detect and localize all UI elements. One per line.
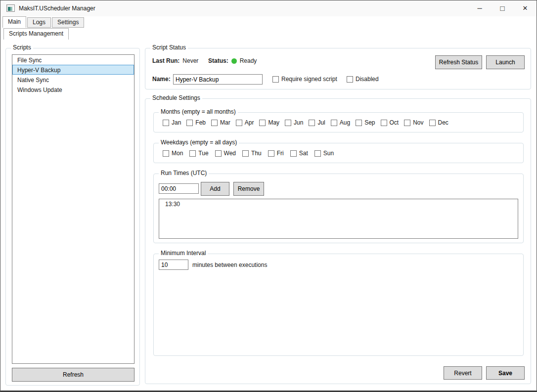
minimum-interval-suffix: minutes between executions (192, 261, 267, 268)
weekday-checkbox-tue-box[interactable] (189, 150, 196, 157)
scripts-groupbox: Scripts File Sync Hyper-V Backup Native … (5, 48, 140, 386)
status-row: Status: Ready (208, 57, 257, 64)
month-label: Dec (438, 119, 448, 126)
maximize-button[interactable]: □ (491, 0, 514, 16)
remove-time-button[interactable]: Remove (233, 182, 264, 196)
month-checkbox-may[interactable]: May (259, 119, 279, 126)
tab-scripts-management[interactable]: Scripts Management (3, 28, 69, 40)
weekday-label: Sun (323, 150, 334, 157)
run-times-group-label: Run Times (UTC) (159, 170, 209, 176)
month-label: Jun (294, 119, 303, 126)
weekday-checkbox-tue[interactable]: Tue (189, 150, 208, 157)
months-group-label: Months (empty = all months) (159, 108, 238, 115)
month-checkbox-dec-box[interactable] (429, 120, 436, 126)
month-checkbox-dec[interactable]: Dec (429, 119, 448, 126)
month-checkbox-may-box[interactable] (259, 120, 266, 126)
close-button[interactable]: ✕ (514, 0, 537, 16)
weekday-checkbox-mon[interactable]: Mon (163, 150, 183, 157)
month-checkbox-jun[interactable]: Jun (285, 119, 303, 126)
status-ready-icon (231, 58, 237, 64)
month-checkbox-mar-box[interactable] (211, 120, 218, 126)
refresh-status-button[interactable]: Refresh Status (435, 55, 482, 69)
run-times-listbox[interactable]: 13:30 (159, 199, 518, 239)
last-run-value: Never (182, 57, 198, 64)
run-time-item[interactable]: 13:30 (159, 199, 518, 209)
weekday-checkbox-thu-box[interactable] (242, 150, 249, 157)
last-run-row: Last Run: Never (152, 57, 198, 64)
refresh-scripts-button[interactable]: Refresh (12, 368, 134, 382)
month-checkbox-jan[interactable]: Jan (163, 119, 181, 126)
weekday-checkbox-sat-box[interactable] (290, 150, 297, 157)
month-checkbox-apr[interactable]: Apr (236, 119, 254, 126)
window-title: MaksIT.UScheduler Manager (19, 0, 95, 16)
list-item-hyperv-backup[interactable]: Hyper-V Backup (12, 65, 134, 75)
month-checkbox-mar[interactable]: Mar (211, 119, 230, 126)
weekday-checkbox-sun-box[interactable] (314, 150, 321, 157)
month-checkbox-aug[interactable]: Aug (331, 119, 350, 126)
app-window: MaksIT.UScheduler Manager ─ □ ✕ Main Log… (0, 0, 537, 392)
month-checkbox-jul[interactable]: Jul (309, 119, 325, 126)
weekday-checkbox-fri[interactable]: Fri (268, 150, 284, 157)
month-label: Jan (172, 119, 181, 126)
weekday-checkbox-mon-box[interactable] (163, 150, 169, 157)
run-times-groupbox: Run Times (UTC) Add Remove 13:30 (153, 174, 524, 243)
weekday-label: Wed (224, 150, 236, 157)
weekday-label: Sat (299, 150, 308, 157)
weekday-checkbox-wed-box[interactable] (215, 150, 222, 157)
month-checkbox-jul-box[interactable] (309, 120, 315, 126)
add-time-button[interactable]: Add (201, 182, 229, 196)
weekday-label: Fri (277, 150, 284, 157)
tab-settings[interactable]: Settings (52, 17, 84, 28)
tab-logs[interactable]: Logs (27, 17, 51, 28)
disabled-checkbox[interactable]: Disabled (347, 76, 379, 83)
require-signed-checkbox[interactable]: Require signed script (272, 76, 337, 83)
list-item-native-sync[interactable]: Native Sync (12, 75, 134, 85)
disabled-checkbox-box[interactable] (347, 76, 353, 83)
last-run-label: Last Run: (152, 57, 179, 64)
month-checkbox-apr-box[interactable] (236, 120, 242, 126)
list-item-file-sync[interactable]: File Sync (12, 55, 134, 65)
weekday-checkbox-thu[interactable]: Thu (242, 150, 262, 157)
run-time-input[interactable] (159, 183, 199, 194)
weekday-checkbox-fri-box[interactable] (268, 150, 274, 157)
require-signed-checkbox-box[interactable] (272, 76, 279, 83)
minimum-interval-group-label: Minimum Interval (159, 250, 208, 257)
month-checkbox-sep-box[interactable] (356, 120, 362, 126)
minimum-interval-groupbox: Minimum Interval minutes between executi… (153, 254, 524, 356)
month-checkbox-jan-box[interactable] (163, 120, 169, 126)
revert-button[interactable]: Revert (444, 366, 482, 380)
month-checkbox-nov-box[interactable] (404, 120, 410, 126)
minimize-button[interactable]: ─ (468, 0, 491, 16)
launch-button[interactable]: Launch (486, 55, 525, 69)
weekday-checkbox-sat[interactable]: Sat (290, 150, 308, 157)
months-groupbox: Months (empty = all months) Jan Feb Mar … (153, 112, 524, 132)
months-row: Jan Feb Mar Apr May Jun Jul Aug Sep Oct … (163, 119, 448, 126)
script-status-group-label: Script Status (150, 44, 188, 51)
sub-tab-strip: Scripts Management (3, 28, 70, 40)
list-item-windows-update[interactable]: Windows Update (12, 85, 134, 94)
scripts-listbox[interactable]: File Sync Hyper-V Backup Native Sync Win… (12, 54, 134, 364)
month-checkbox-jun-box[interactable] (285, 120, 291, 126)
month-label: May (268, 119, 279, 126)
title-bar: MaksIT.UScheduler Manager ─ □ ✕ (0, 0, 537, 16)
weekday-label: Mon (172, 150, 183, 157)
weekday-checkbox-wed[interactable]: Wed (215, 150, 236, 157)
month-checkbox-feb[interactable]: Feb (186, 119, 206, 126)
month-checkbox-oct[interactable]: Oct (381, 119, 399, 126)
require-signed-checkbox-label: Require signed script (281, 76, 337, 83)
tab-main[interactable]: Main (2, 16, 26, 28)
schedule-settings-group-label: Schedule Settings (150, 94, 202, 101)
month-checkbox-nov[interactable]: Nov (404, 119, 423, 126)
schedule-settings-groupbox: Schedule Settings Months (empty = all mo… (145, 98, 531, 384)
month-checkbox-oct-box[interactable] (381, 120, 387, 126)
month-checkbox-sep[interactable]: Sep (356, 119, 375, 126)
name-label: Name: (152, 76, 171, 83)
minimum-interval-input[interactable] (159, 260, 188, 270)
weekday-checkbox-sun[interactable]: Sun (314, 150, 334, 157)
month-checkbox-feb-box[interactable] (186, 120, 193, 126)
status-label: Status: (208, 57, 228, 64)
month-label: Mar (220, 119, 230, 126)
month-checkbox-aug-box[interactable] (331, 120, 337, 126)
save-button[interactable]: Save (486, 366, 525, 380)
script-name-input[interactable] (173, 74, 263, 85)
